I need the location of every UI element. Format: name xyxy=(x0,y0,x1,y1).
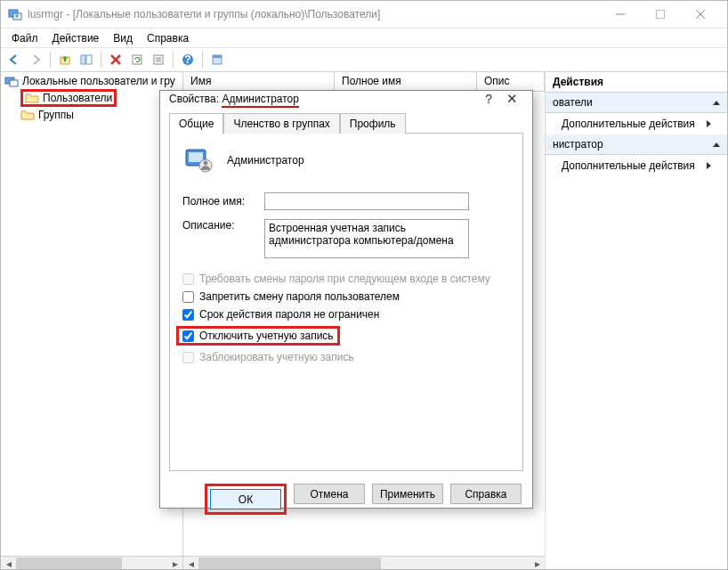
folder-icon xyxy=(25,92,39,104)
tree-root-label: Локальные пользователи и гру xyxy=(22,75,175,87)
cancel-button[interactable]: Отмена xyxy=(294,484,365,504)
svg-text:?: ? xyxy=(184,53,190,66)
menu-action[interactable]: Действие xyxy=(45,30,107,46)
actions-section-label: нистратор xyxy=(553,138,603,151)
folder-icon xyxy=(20,109,35,121)
tab-profile[interactable]: Профиль xyxy=(340,113,406,134)
actions-more-admin[interactable]: Дополнительные действия xyxy=(546,155,727,176)
maximize-button[interactable] xyxy=(640,2,680,27)
ok-button[interactable]: ОК xyxy=(210,489,281,509)
dialog-tabs: Общие Членство в группах Профиль xyxy=(169,112,523,133)
list-header: Имя Полное имя Опис xyxy=(183,72,545,92)
collapse-icon xyxy=(713,101,720,105)
tab-member-of[interactable]: Членство в группах xyxy=(223,113,339,134)
list-scrollbar[interactable]: ◂ ▸ xyxy=(183,556,545,570)
svg-rect-9 xyxy=(86,55,92,64)
minimize-button[interactable] xyxy=(600,2,640,27)
menu-file[interactable]: Файл xyxy=(4,30,45,46)
up-button[interactable] xyxy=(55,50,75,69)
actions-title: Действия xyxy=(546,72,727,93)
dialog-username: Администратор xyxy=(227,154,304,167)
window-title: lusrmgr - [Локальные пользователи и груп… xyxy=(28,8,600,20)
chevron-right-icon xyxy=(707,120,711,127)
fullname-field[interactable] xyxy=(264,192,469,210)
properties-button[interactable] xyxy=(207,50,227,69)
tree: Локальные пользователи и гру Пользовател… xyxy=(1,72,182,556)
forward-button[interactable] xyxy=(26,50,45,69)
tab-general[interactable]: Общие xyxy=(169,113,223,134)
dialog-title: Свойства: Администратор xyxy=(169,93,476,105)
chevron-right-icon xyxy=(707,162,711,169)
delete-button[interactable] xyxy=(106,50,125,69)
show-hide-tree-button[interactable] xyxy=(77,50,96,69)
dialog-titlebar: Свойства: Администратор ? ✕ xyxy=(160,91,532,107)
dialog-close-button[interactable]: ✕ xyxy=(501,91,523,107)
dialog-buttons: ОК Отмена Применить Справка xyxy=(160,476,532,525)
description-label: Описание: xyxy=(182,219,264,232)
fullname-label: Полное имя: xyxy=(182,195,264,208)
collapse-icon xyxy=(713,142,720,147)
export-list-button[interactable] xyxy=(149,50,168,69)
refresh-button[interactable] xyxy=(127,50,147,69)
tree-pane: Локальные пользователи и гру Пользовател… xyxy=(1,72,183,570)
window-titlebar: lusrmgr - [Локальные пользователи и груп… xyxy=(1,1,727,28)
svg-rect-20 xyxy=(213,55,222,58)
tree-groups-label: Группы xyxy=(38,109,74,121)
dialog-help-button[interactable]: ? xyxy=(476,92,501,106)
column-description[interactable]: Опис xyxy=(477,72,545,91)
scroll-left-icon[interactable]: ◂ xyxy=(183,557,198,571)
properties-dialog: Свойства: Администратор ? ✕ Общие Членст… xyxy=(159,90,533,509)
back-button[interactable] xyxy=(4,50,24,69)
column-name[interactable]: Имя xyxy=(183,72,335,91)
actions-pane: Действия ователи Дополнительные действия… xyxy=(545,72,727,570)
check-locked: Заблокировать учетную запись xyxy=(182,351,510,363)
help-button[interactable]: Справка xyxy=(450,484,522,504)
svg-rect-24 xyxy=(189,152,203,162)
tree-scrollbar[interactable]: ◂ ▸ xyxy=(1,556,182,570)
apply-button[interactable]: Применить xyxy=(372,484,443,504)
check-change-next-login: Требовать смены пароля при следующем вхо… xyxy=(182,273,510,285)
scroll-left-icon[interactable]: ◂ xyxy=(1,557,16,571)
help-button[interactable]: ? xyxy=(178,50,198,69)
tab-panel-general: Администратор Полное имя: Описание: Треб… xyxy=(169,133,523,471)
svg-rect-8 xyxy=(81,55,85,64)
svg-rect-4 xyxy=(656,10,665,19)
description-field[interactable] xyxy=(264,219,469,258)
svg-rect-22 xyxy=(10,80,18,86)
toolbar: ? xyxy=(1,47,727,72)
check-disable-label: Отключить учетную запись xyxy=(199,330,334,342)
actions-section-users[interactable]: ователи xyxy=(546,93,727,113)
user-icon xyxy=(182,144,214,176)
actions-more-users[interactable]: Дополнительные действия xyxy=(546,113,727,134)
tree-users[interactable]: Пользователи xyxy=(17,88,182,108)
app-icon xyxy=(8,7,22,21)
menu-view[interactable]: Вид xyxy=(106,30,140,46)
menu-help[interactable]: Справка xyxy=(140,30,196,46)
scroll-right-icon[interactable]: ▸ xyxy=(530,557,545,571)
svg-point-26 xyxy=(204,161,208,166)
svg-point-2 xyxy=(15,14,19,18)
check-never-expires[interactable]: Срок действия пароля не ограничен xyxy=(182,308,510,321)
tree-groups[interactable]: Группы xyxy=(17,108,182,122)
actions-section-label: ователи xyxy=(553,96,593,109)
tree-root[interactable]: Локальные пользователи и гру xyxy=(1,74,182,88)
tree-users-label: Пользователи xyxy=(43,92,112,104)
scroll-right-icon[interactable]: ▸ xyxy=(167,557,182,571)
actions-item-label: Дополнительные действия xyxy=(562,159,695,172)
close-button[interactable] xyxy=(680,2,720,27)
menu-bar: Файл Действие Вид Справка xyxy=(1,28,727,47)
check-cannot-change[interactable]: Запретить смену пароля пользователем xyxy=(182,290,510,303)
column-fullname[interactable]: Полное имя xyxy=(335,72,477,91)
console-root-icon xyxy=(4,75,19,87)
actions-section-admin[interactable]: нистратор xyxy=(546,134,727,155)
actions-item-label: Дополнительные действия xyxy=(562,118,695,130)
check-disable-account[interactable] xyxy=(182,330,194,342)
